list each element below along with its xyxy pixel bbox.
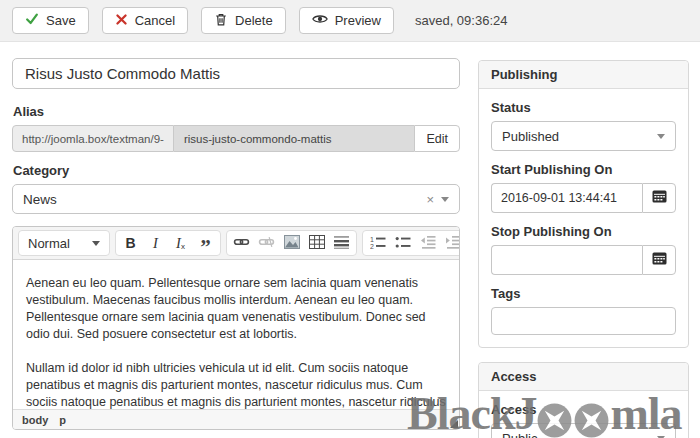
alias-edit-button[interactable]: Edit: [414, 125, 460, 152]
outdent-button[interactable]: [415, 232, 440, 255]
horizontal-rule-icon: [334, 235, 349, 252]
preview-button-label: Preview: [335, 13, 381, 28]
chevron-down-icon: [657, 134, 665, 143]
start-publishing-label: Start Publishing On: [491, 163, 676, 177]
element-path-body[interactable]: body: [22, 414, 48, 426]
start-date-picker-button[interactable]: [642, 183, 676, 213]
stop-date-picker-button[interactable]: [642, 245, 676, 275]
tags-label: Tags: [491, 287, 676, 301]
cancel-button-label: Cancel: [135, 13, 175, 28]
unlink-icon: [258, 234, 275, 253]
alias-url-prefix: http://joomla.box/textman/9-: [12, 125, 174, 152]
richtext-editor: Normal B I Ix ”: [12, 226, 460, 430]
link-icon: [233, 234, 250, 253]
x-icon: [115, 13, 128, 29]
blockquote-button[interactable]: ”: [193, 232, 218, 255]
stop-publishing-field: [491, 245, 676, 275]
calendar-icon: [652, 189, 667, 207]
cancel-button[interactable]: Cancel: [102, 7, 188, 34]
tags-input[interactable]: [491, 307, 676, 335]
category-select[interactable]: News ×: [12, 184, 460, 214]
resize-handle[interactable]: [450, 420, 458, 428]
start-publishing-field: 2016-09-01 13:44:41: [491, 183, 676, 213]
editor-content-area[interactable]: Aenean eu leo quam. Pellentesque ornare …: [13, 260, 459, 409]
article-title-input[interactable]: [12, 58, 460, 89]
italic-button[interactable]: I: [143, 232, 168, 255]
trash-icon: [214, 12, 228, 30]
save-button[interactable]: Save: [12, 7, 89, 34]
status-label: Status: [491, 101, 676, 115]
horizontal-rule-button[interactable]: [329, 232, 354, 255]
unlink-button[interactable]: [254, 232, 279, 255]
table-icon: [309, 235, 325, 252]
status-select[interactable]: Published: [491, 121, 676, 151]
outdent-icon: [420, 235, 436, 252]
stop-publishing-input[interactable]: [491, 245, 642, 275]
article-edit-form: Alias http://joomla.box/textman/9- risus…: [12, 58, 460, 430]
check-icon: [25, 12, 39, 29]
editor-paragraph: Aenean eu leo quam. Pellentesque ornare …: [26, 275, 446, 343]
format-dropdown-value: Normal: [28, 236, 70, 251]
category-label: Category: [13, 164, 459, 178]
delete-button-label: Delete: [235, 13, 273, 28]
save-status-text: saved, 09:36:24: [415, 13, 508, 28]
top-toolbar: Save Cancel Delete Preview saved, 09:36:…: [0, 0, 700, 42]
insert-image-button[interactable]: [279, 232, 304, 255]
chevron-down-icon: [441, 197, 449, 206]
ordered-list-icon: 12: [370, 235, 386, 252]
editor-paragraph: Nullam id dolor id nibh ultricies vehicu…: [26, 360, 446, 409]
alias-slug-value: risus-justo-commondo-mattis: [174, 125, 415, 152]
format-dropdown[interactable]: Normal: [21, 232, 107, 255]
clear-selection-icon[interactable]: ×: [426, 193, 434, 206]
eye-icon: [312, 13, 328, 28]
remove-format-button[interactable]: Ix: [168, 232, 193, 255]
publishing-panel-header: Publishing: [479, 61, 688, 89]
access-panel-header: Access: [479, 363, 688, 391]
svg-text:2: 2: [370, 243, 374, 249]
preview-button[interactable]: Preview: [299, 7, 394, 34]
ordered-list-button[interactable]: 12: [365, 232, 390, 255]
alias-label: Alias: [13, 105, 459, 119]
element-path-p[interactable]: p: [59, 414, 66, 426]
editor-statusbar: body p: [13, 409, 459, 429]
link-button[interactable]: [229, 232, 254, 255]
access-label: Access: [491, 403, 676, 417]
alias-field-group: http://joomla.box/textman/9- risus-justo…: [12, 125, 460, 152]
editor-toolbar: Normal B I Ix ”: [13, 227, 459, 260]
status-selected-value: Published: [502, 129, 559, 144]
insert-table-button[interactable]: [304, 232, 329, 255]
save-button-label: Save: [46, 13, 76, 28]
svg-text:1: 1: [370, 235, 374, 242]
chevron-down-icon: [92, 241, 100, 250]
calendar-icon: [652, 251, 667, 269]
indent-icon: [445, 235, 461, 252]
category-selected-value: News: [23, 192, 57, 207]
access-panel: Access Access Public: [478, 362, 689, 438]
start-publishing-input[interactable]: 2016-09-01 13:44:41: [491, 183, 642, 213]
indent-button[interactable]: [440, 232, 460, 255]
unordered-list-button[interactable]: [390, 232, 415, 255]
settings-sidebar: Publishing Status Published Start Publis…: [478, 60, 689, 438]
publishing-panel: Publishing Status Published Start Publis…: [478, 60, 689, 348]
stop-publishing-label: Stop Publishing On: [491, 225, 676, 239]
delete-button[interactable]: Delete: [201, 7, 286, 34]
bold-button[interactable]: B: [118, 232, 143, 255]
image-icon: [284, 235, 300, 252]
access-selected-value: Public: [502, 431, 537, 438]
unordered-list-icon: [395, 235, 411, 252]
access-select[interactable]: Public: [491, 423, 676, 438]
